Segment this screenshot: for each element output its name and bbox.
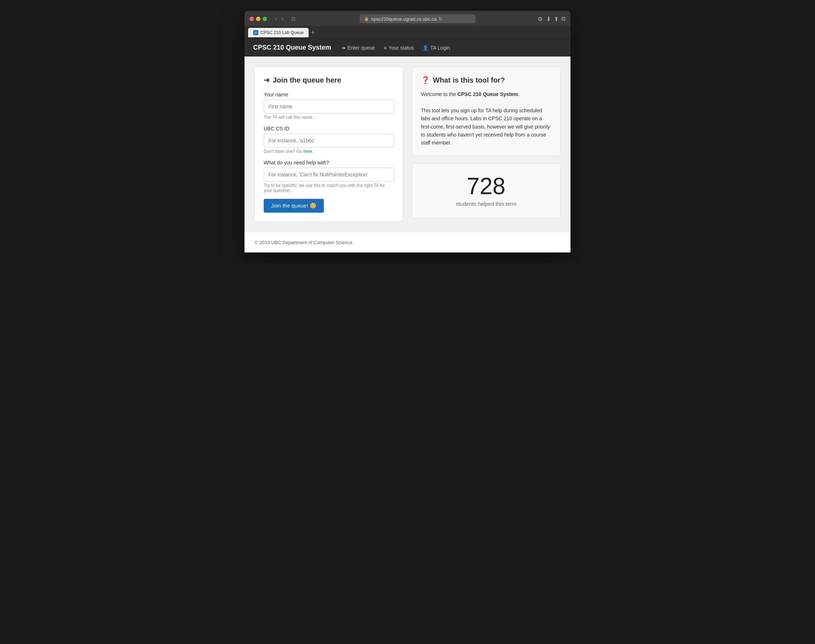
forward-button[interactable]: › (280, 15, 286, 23)
join-queue-button[interactable]: Join the queue! 😊 (264, 199, 324, 213)
url-text: cpsc210queue.ugrad.cs.ubc.ca (371, 16, 437, 22)
ta-login-icon: 👤 (422, 45, 429, 51)
join-form-icon: ➜ (264, 76, 270, 84)
help-label: What do you need help with? (264, 160, 394, 166)
windows-button[interactable]: ⧉ (561, 15, 565, 22)
enter-queue-label: Enter queue (347, 45, 375, 51)
share-button[interactable]: ⬆ (554, 15, 559, 23)
maximize-button[interactable] (263, 17, 267, 21)
tab-title-label: CPSC 210 Lab Queue (260, 30, 303, 35)
app-navbar: CPSC 210 Queue System ➜ Enter queue ≡ Yo… (245, 39, 570, 57)
ubc-cs-id-input[interactable] (264, 133, 394, 147)
help-hint: Try to be specific: we use this to match… (264, 183, 394, 193)
join-queue-label: Join the queue! 😊 (271, 202, 317, 209)
help-group: What do you need help with? Try to be sp… (264, 160, 394, 193)
info-description: This tool lets you sign up for TA help d… (421, 106, 551, 147)
your-name-group: Your name The TA will call this name. (264, 92, 394, 120)
stats-number: 728 (421, 175, 551, 198)
info-intro-paragraph: Welcome to the CPSC 210 Queue System. (421, 90, 551, 98)
help-input[interactable] (264, 168, 394, 181)
ta-login-link[interactable]: 👤 TA Login (422, 45, 450, 51)
address-bar[interactable]: 🔒 cpsc210queue.ugrad.cs.ubc.ca ↻ (360, 14, 476, 23)
tab-favicon: U (253, 30, 258, 35)
reload-button[interactable]: ↻ (439, 16, 443, 22)
first-name-hint: The TA will call this name. (264, 115, 394, 120)
your-status-link[interactable]: ≡ Your status (384, 45, 414, 51)
footer-text: © 2019 UBC Department of Computer Scienc… (255, 240, 352, 245)
info-card-body: Welcome to the CPSC 210 Queue System. Th… (421, 90, 551, 147)
join-form-card: ➜ Join the queue here Your name The TA w… (255, 67, 403, 222)
info-card-icon: ❓ (421, 76, 430, 84)
ubc-cs-id-label: UBC CS ID (264, 126, 394, 132)
traffic-lights (250, 17, 267, 21)
page-content: ➜ Join the queue here Your name The TA w… (245, 57, 570, 232)
ubc-cs-id-hint: Don't have one? Go here. (264, 149, 394, 154)
ta-login-label: TA Login (430, 45, 450, 51)
tab-bar: U CPSC 210 Lab Queue + (245, 26, 570, 39)
ubc-cs-id-group: UBC CS ID Don't have one? Go here. (264, 126, 394, 154)
settings-button[interactable]: ⚙ (538, 15, 542, 23)
close-button[interactable] (250, 17, 254, 21)
first-name-input[interactable] (264, 100, 394, 113)
nav-links: ➜ Enter queue ≡ Your status 👤 TA Login (341, 45, 450, 51)
info-card-title: ❓ What is this tool for? (421, 76, 551, 84)
join-form-title: ➜ Join the queue here (264, 76, 394, 84)
info-card-title-text: What is this tool for? (433, 76, 505, 84)
info-brand-bold: CPSC 210 Queue System (458, 91, 518, 97)
enter-queue-icon: ➜ (341, 45, 346, 51)
ubc-cs-id-hint-prefix: Don't have one? Go (264, 149, 303, 154)
main-grid: ➜ Join the queue here Your name The TA w… (255, 67, 560, 222)
minimize-button[interactable] (256, 17, 260, 21)
lock-icon: 🔒 (364, 17, 369, 21)
your-name-label: Your name (264, 92, 394, 97)
info-intro-end: . (518, 91, 519, 97)
new-tab-button[interactable]: + (311, 29, 315, 36)
your-status-label: Your status (389, 45, 414, 51)
active-tab[interactable]: U CPSC 210 Lab Queue (248, 28, 309, 37)
back-button[interactable]: ‹ (273, 15, 279, 23)
app-brand: CPSC 210 Queue System (253, 44, 331, 51)
stats-label: students helped this term (421, 201, 551, 207)
right-column: ❓ What is this tool for? Welcome to the … (412, 67, 560, 222)
info-card: ❓ What is this tool for? Welcome to the … (412, 67, 560, 156)
join-form-title-text: Join the queue here (273, 76, 341, 84)
stats-card: 728 students helped this term (412, 163, 560, 218)
download-button[interactable]: ⬇ (546, 15, 551, 23)
your-status-icon: ≡ (384, 45, 386, 51)
sidebar-toggle-button[interactable]: ⊡ (289, 15, 298, 23)
page-footer: © 2019 UBC Department of Computer Scienc… (245, 232, 570, 253)
enter-queue-link[interactable]: ➜ Enter queue (341, 45, 375, 51)
ubc-cs-id-hint-link[interactable]: here. (303, 149, 313, 154)
info-intro-text: Welcome to the (421, 91, 458, 97)
